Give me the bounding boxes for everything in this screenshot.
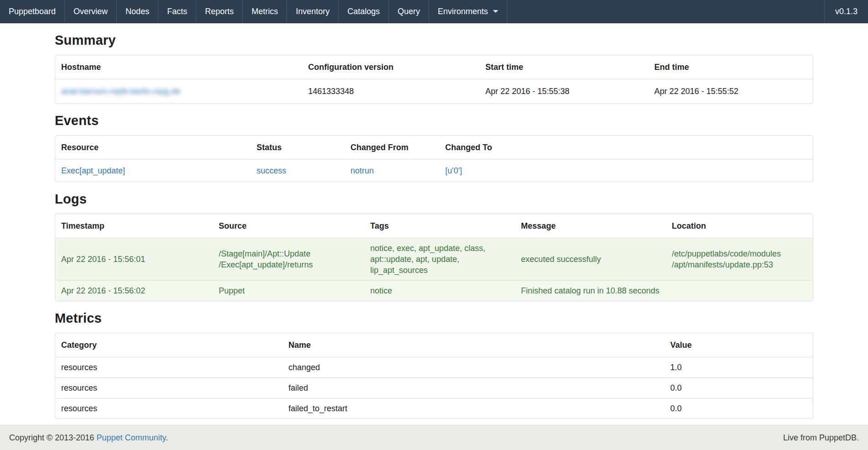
metric-category: resources [55, 378, 282, 398]
log-location [666, 281, 813, 301]
log-tags: notice, exec, apt_update, class, apt::up… [364, 238, 515, 281]
nav-item-label: Catalogs [347, 7, 380, 16]
metric-value: 0.0 [664, 398, 813, 419]
logs-col-location: Location [666, 214, 813, 238]
metric-name: failed [282, 378, 664, 398]
event-changed-to-link[interactable]: [u'0'] [445, 166, 462, 175]
config-version-value: 1461333348 [302, 79, 479, 104]
nav-item-label: Nodes [125, 7, 149, 16]
nav-item-label: Reports [205, 7, 234, 16]
logs-col-tags: Tags [364, 214, 515, 238]
nav-item-label: Query [397, 7, 420, 16]
metric-row: resources changed 1.0 [55, 357, 813, 378]
summary-col-end-time: End time [648, 55, 813, 79]
page-footer: Copyright © 2013-2016 Puppet Community. … [0, 425, 868, 450]
log-message: executed successfully [515, 238, 666, 281]
summary-header-row: Hostname Configuration version Start tim… [55, 55, 813, 79]
top-navbar: Puppetboard Overview Nodes Facts Reports… [0, 0, 868, 23]
footer-status-text: Live from PuppetDB. [783, 433, 859, 443]
hostname-link[interactable]: anat-barnum.mpib-berlin.mpg.de [61, 87, 180, 96]
events-col-resource: Resource [55, 136, 251, 160]
nav-item-metrics[interactable]: Metrics [243, 0, 287, 23]
nav-item-label: Overview [73, 7, 108, 16]
summary-table-container: Hostname Configuration version Start tim… [55, 55, 813, 104]
log-row: Apr 22 2016 - 15:56:01 /Stage[main]/Apt:… [55, 238, 813, 281]
logs-col-timestamp: Timestamp [55, 214, 213, 238]
event-status-link[interactable]: success [256, 166, 286, 175]
main-content: Summary Hostname Configuration version S… [55, 33, 813, 419]
events-table-container: Resource Status Changed From Changed To … [55, 135, 813, 182]
logs-table: Timestamp Source Tags Message Location A… [55, 214, 813, 301]
summary-table: Hostname Configuration version Start tim… [55, 55, 813, 103]
summary-col-config-version: Configuration version [302, 55, 479, 79]
nav-item-catalogs[interactable]: Catalogs [339, 0, 389, 23]
log-timestamp: Apr 22 2016 - 15:56:01 [55, 238, 213, 281]
end-time-value: Apr 22 2016 - 15:55:52 [648, 79, 813, 104]
log-message: Finished catalog run in 10.88 seconds [515, 281, 666, 301]
footer-copyright-suffix: . [166, 433, 168, 442]
metric-name: failed_to_restart [282, 398, 664, 419]
log-tags: notice [364, 281, 515, 301]
metrics-header-row: Category Name Value [55, 333, 813, 357]
metrics-table-container: Category Name Value resources changed 1.… [55, 333, 813, 419]
metrics-col-category: Category [55, 333, 282, 357]
log-source: /Stage[main]/Apt::Update /Exec[apt_updat… [213, 238, 364, 281]
metric-value: 1.0 [664, 357, 813, 378]
nav-item-label: Facts [167, 7, 187, 16]
events-col-status: Status [251, 136, 345, 160]
log-location: /etc/puppetlabs/code/modules /apt/manife… [666, 238, 813, 281]
nav-item-reports[interactable]: Reports [196, 0, 243, 23]
summary-col-start-time: Start time [480, 55, 648, 79]
metric-value: 0.0 [664, 378, 813, 398]
logs-col-source: Source [213, 214, 364, 238]
nav-item-nodes[interactable]: Nodes [117, 0, 158, 23]
navbar-menu: Puppetboard Overview Nodes Facts Reports… [0, 0, 507, 23]
logs-col-message: Message [515, 214, 666, 238]
nav-item-label: Metrics [251, 7, 278, 16]
nav-item-query[interactable]: Query [389, 0, 429, 23]
metric-name: changed [282, 357, 664, 378]
logs-heading: Logs [55, 192, 813, 207]
nav-item-facts[interactable]: Facts [158, 0, 196, 23]
events-col-changed-to: Changed To [439, 136, 813, 160]
event-row: Exec[apt_update] success notrun [u'0'] [55, 160, 813, 182]
metrics-col-name: Name [282, 333, 664, 357]
summary-col-hostname: Hostname [55, 55, 302, 79]
start-time-value: Apr 22 2016 - 15:55:38 [480, 79, 648, 104]
metrics-heading: Metrics [55, 311, 813, 326]
log-row: Apr 22 2016 - 15:56:02 Puppet notice Fin… [55, 281, 813, 301]
summary-heading: Summary [55, 33, 813, 48]
metrics-table: Category Name Value resources changed 1.… [55, 333, 813, 419]
events-heading: Events [55, 113, 813, 128]
log-source: Puppet [213, 281, 364, 301]
logs-header-row: Timestamp Source Tags Message Location [55, 214, 813, 238]
navbar-brand-puppetboard[interactable]: Puppetboard [0, 0, 65, 23]
chevron-down-icon [493, 10, 498, 13]
metrics-col-value: Value [664, 333, 813, 357]
footer-copyright-text: Copyright © 2013-2016 [9, 433, 96, 442]
logs-table-container: Timestamp Source Tags Message Location A… [55, 214, 813, 301]
log-timestamp: Apr 22 2016 - 15:56:02 [55, 281, 213, 301]
events-table: Resource Status Changed From Changed To … [55, 136, 813, 182]
app-version-badge: v0.1.3 [824, 0, 868, 23]
event-changed-from-link[interactable]: notrun [350, 166, 374, 175]
nav-dropdown-environments[interactable]: Environments [429, 0, 507, 23]
nav-item-label: Environments [438, 7, 488, 16]
metric-category: resources [55, 357, 282, 378]
metric-row: resources failed 0.0 [55, 378, 813, 398]
footer-copyright: Copyright © 2013-2016 Puppet Community. [9, 433, 168, 443]
events-header-row: Resource Status Changed From Changed To [55, 136, 813, 160]
app-version-label: v0.1.3 [835, 7, 858, 16]
nav-item-inventory[interactable]: Inventory [287, 0, 339, 23]
navbar-brand-label: Puppetboard [9, 7, 56, 16]
summary-row: anat-barnum.mpib-berlin.mpg.de 146133334… [55, 79, 813, 104]
event-resource-link[interactable]: Exec[apt_update] [61, 166, 125, 175]
metric-category: resources [55, 398, 282, 419]
nav-item-label: Inventory [296, 7, 329, 16]
events-col-changed-from: Changed From [345, 136, 439, 160]
puppet-community-link[interactable]: Puppet Community [96, 433, 166, 442]
metric-row: resources failed_to_restart 0.0 [55, 398, 813, 419]
nav-item-overview[interactable]: Overview [65, 0, 117, 23]
